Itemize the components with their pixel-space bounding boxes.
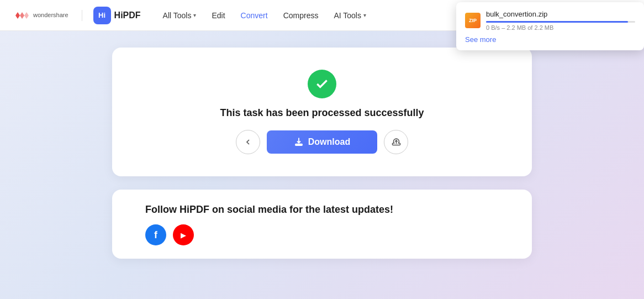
wondershare-svg-icon bbox=[13, 10, 29, 21]
popup-filename: bulk_convertion.zip bbox=[486, 10, 635, 18]
wondershare-label: wondershare bbox=[33, 12, 68, 19]
hipdf-brand[interactable]: Hi HiPDF bbox=[93, 7, 141, 24]
wondershare-logo-area: wondershare bbox=[13, 10, 82, 21]
hipdf-logo-text: Hi bbox=[98, 11, 105, 19]
download-label: Download bbox=[308, 137, 350, 147]
nav-ai-tools[interactable]: AI Tools ▾ bbox=[327, 8, 373, 23]
youtube-icon: ▶ bbox=[181, 231, 186, 239]
popup-file-info: bulk_convertion.zip 0 B/s – 2.2 MB of 2.… bbox=[486, 10, 635, 31]
popup-speed: 0 B/s bbox=[486, 24, 500, 31]
popup-size-separator: – bbox=[502, 24, 506, 31]
nav-compress-label: Compress bbox=[283, 11, 319, 20]
hipdf-logo-box: Hi bbox=[93, 7, 111, 24]
popup-download-item: ZIP bulk_convertion.zip 0 B/s – 2.2 MB o… bbox=[465, 10, 635, 31]
nav-convert-label: Convert bbox=[241, 11, 268, 20]
action-buttons: Download bbox=[236, 130, 408, 154]
chevron-down-icon: ▾ bbox=[193, 12, 196, 18]
chevron-down-icon-2: ▾ bbox=[363, 12, 366, 18]
facebook-icon: f bbox=[154, 229, 157, 241]
see-more-link[interactable]: See more bbox=[465, 35, 635, 44]
nav-edit-label: Edit bbox=[212, 11, 225, 20]
youtube-button[interactable]: ▶ bbox=[173, 224, 194, 245]
nav-all-tools[interactable]: All Tools ▾ bbox=[156, 8, 203, 23]
success-message: This task has been processed successfull… bbox=[220, 107, 424, 119]
social-title: Follow HiPDF on social media for the lat… bbox=[145, 203, 499, 217]
nav-compress[interactable]: Compress bbox=[277, 8, 325, 23]
back-button[interactable] bbox=[236, 130, 260, 154]
success-icon bbox=[308, 70, 336, 98]
download-icon bbox=[294, 137, 304, 147]
nav-convert[interactable]: Convert bbox=[234, 8, 275, 23]
social-section: Follow HiPDF on social media for the lat… bbox=[112, 190, 532, 259]
upload-button[interactable] bbox=[384, 130, 408, 154]
download-popup: ZIP bulk_convertion.zip 0 B/s – 2.2 MB o… bbox=[456, 2, 644, 50]
download-button[interactable]: Download bbox=[267, 130, 377, 154]
social-icons: f ▶ bbox=[145, 224, 499, 245]
nav-all-tools-label: All Tools bbox=[163, 11, 192, 20]
upload-icon bbox=[392, 138, 401, 147]
file-type-label: ZIP bbox=[469, 18, 477, 23]
popup-size-text: 0 B/s – 2.2 MB of 2.2 MB bbox=[486, 24, 635, 31]
nav-edit[interactable]: Edit bbox=[205, 8, 231, 23]
popup-progress-bar bbox=[486, 21, 628, 23]
popup-progress-bar-bg bbox=[486, 21, 635, 23]
back-arrow-icon bbox=[244, 138, 252, 146]
success-card: This task has been processed successfull… bbox=[112, 48, 532, 176]
main-content: This task has been processed successfull… bbox=[0, 31, 644, 299]
nav-ai-tools-label: AI Tools bbox=[334, 11, 361, 20]
svg-rect-2 bbox=[295, 144, 302, 145]
facebook-button[interactable]: f bbox=[145, 224, 166, 245]
popup-file-icon: ZIP bbox=[465, 13, 481, 28]
popup-size-progress: 2.2 MB of 2.2 MB bbox=[506, 24, 553, 31]
hipdf-brand-label: HiPDF bbox=[114, 11, 141, 20]
checkmark-icon bbox=[315, 77, 329, 91]
